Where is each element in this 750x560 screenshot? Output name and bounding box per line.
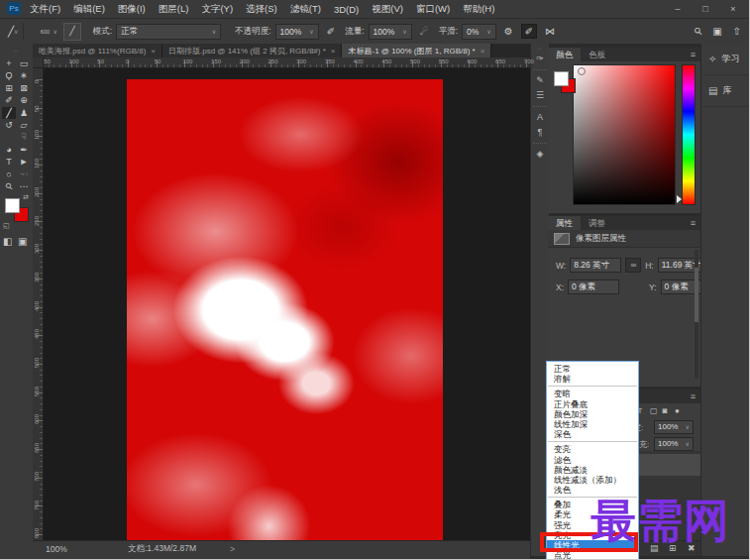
libraries-button[interactable]: ▤库 [701, 75, 750, 107]
flow-dropdown[interactable]: 100% ∨ [369, 24, 412, 40]
object-selection-tool[interactable]: ∗ [17, 69, 31, 81]
layers-opacity-dropdown[interactable]: 100% ∨ [654, 420, 694, 434]
link-dimensions-icon[interactable]: ∞ [625, 258, 641, 273]
path-selection-tool[interactable]: ► [17, 156, 31, 168]
blend-mode-option[interactable]: 溶解 [547, 374, 638, 384]
search-icon[interactable]: ⚲ [692, 25, 704, 38]
panel-menu-icon[interactable]: ≡ [691, 218, 696, 228]
x-field[interactable]: 0 像素 [568, 280, 619, 294]
frame-tool[interactable]: ⊠ [17, 82, 31, 94]
share-icon[interactable]: ⇧ [733, 26, 741, 37]
gradient-tool[interactable] [2, 131, 16, 143]
smoothing-dropdown[interactable]: 0% ∨ [462, 24, 496, 40]
learn-button[interactable]: ✧学习 [701, 44, 750, 75]
toggle-brush-settings-icon[interactable]: ╱ [63, 23, 81, 41]
menubar-item[interactable]: 滤镜(T) [290, 3, 321, 16]
panel-menu-icon[interactable]: ≡ [691, 392, 696, 401]
close-icon[interactable]: × [331, 47, 336, 56]
panel-tab[interactable]: 颜色 [548, 48, 581, 61]
eyedropper-tool[interactable]: ✐ [2, 94, 16, 106]
filter-shape-icon[interactable]: ▢ [650, 406, 658, 415]
shape-tool[interactable]: ○ [2, 168, 16, 180]
document-tab[interactable]: 日期排版.psd @ 141% (组 2 拷贝, RGB/8#) *× [162, 44, 343, 57]
blend-mode-option[interactable]: 颜色减淡 [547, 465, 638, 475]
scrollbar[interactable] [695, 250, 698, 379]
screen-mode-icon[interactable]: ▣ [18, 236, 27, 247]
close-icon[interactable]: × [481, 47, 485, 56]
foreground-color-swatch[interactable] [5, 198, 20, 213]
blend-mode-option[interactable]: 变亮 [547, 444, 638, 454]
status-expand-arrow[interactable]: > [230, 544, 235, 554]
blend-mode-option[interactable]: 线性加深 [547, 419, 638, 429]
type-tool[interactable]: T [2, 156, 16, 168]
history-brush-tool[interactable]: ↺ [2, 119, 16, 131]
menubar-item[interactable]: 编辑(E) [73, 3, 105, 16]
blend-mode-option[interactable]: 滤色 [547, 455, 638, 465]
blend-mode-dropdown[interactable]: 正常 ∨ [116, 24, 221, 40]
pressure-size-icon[interactable]: ✐ [521, 24, 537, 39]
lasso-tool[interactable]: Ϙ [2, 69, 16, 81]
clone-stamp-tool[interactable]: ♟ [17, 107, 31, 119]
zoom-level-field[interactable]: 100% [46, 544, 90, 554]
menubar-item[interactable]: 图像(I) [118, 3, 146, 16]
brush-preview[interactable]: 600 [37, 27, 53, 36]
minimize-button[interactable]: – [664, 0, 692, 18]
menubar-item[interactable]: 视图(V) [372, 3, 403, 16]
blend-mode-option[interactable]: 线性减淡（添加） [547, 475, 638, 485]
brush-tool[interactable]: ╱ [2, 107, 16, 119]
menubar-item[interactable]: 文件(F) [30, 3, 60, 16]
airbrush-icon[interactable]: ☄ [420, 26, 429, 37]
maximize-button[interactable]: □ [692, 0, 719, 18]
menubar-item[interactable]: 图层(L) [159, 3, 189, 16]
blend-mode-option[interactable]: 变暗 [547, 389, 638, 398]
panel-menu-icon[interactable]: ≡ [691, 50, 696, 59]
foreground-color-swatch[interactable] [554, 71, 569, 86]
scrollbar-thumb[interactable] [695, 268, 698, 322]
move-tool[interactable]: + [2, 57, 16, 69]
edit-toolbar-button[interactable]: ⋯ [17, 180, 31, 192]
brush-settings-panel-icon[interactable]: ✎ [531, 73, 549, 88]
eraser-tool[interactable]: ▱ [17, 119, 31, 131]
panel-tab[interactable]: 调整 [581, 216, 613, 230]
hand-tool[interactable]: ☜ [17, 168, 31, 180]
opacity-dropdown[interactable]: 100% ∨ [275, 24, 319, 40]
healing-brush-tool[interactable]: ⊕ [17, 94, 31, 106]
document-tab[interactable]: 未标题-1 @ 100% (图层 1, RGB/8) *× [342, 44, 491, 57]
panel-tab[interactable]: 色板 [581, 48, 613, 61]
saturation-brightness-field[interactable] [573, 64, 676, 205]
marquee-tool[interactable]: ▭ [17, 57, 31, 69]
quick-mask-icon[interactable]: ◧ [3, 236, 12, 247]
chevron-down-icon[interactable]: ∨ [53, 28, 56, 35]
width-field[interactable]: 8.26 英寸 [570, 258, 621, 273]
swap-colors-icon[interactable]: ⇄ [23, 193, 29, 201]
menubar-item[interactable]: 选择(S) [246, 3, 277, 16]
default-colors-icon[interactable]: ◱ [3, 222, 10, 230]
dodge-tool[interactable]: ◕ [2, 144, 16, 156]
character-panel-icon[interactable]: A [531, 110, 549, 125]
menubar-item[interactable]: 窗口(W) [416, 3, 450, 16]
blend-mode-option[interactable]: 正常 [547, 364, 638, 374]
menubar-item[interactable]: 帮助(H) [463, 3, 494, 16]
filter-smart-object-icon[interactable]: ◙ [663, 406, 668, 415]
blend-mode-option[interactable]: 颜色加深 [547, 409, 638, 419]
menubar-item[interactable]: 3D(D) [334, 4, 359, 15]
crop-tool[interactable]: ⊞ [2, 82, 16, 94]
panel-drag-handle[interactable]: ‥ [0, 46, 33, 54]
zoom-tool[interactable]: ⚲ [2, 180, 16, 192]
workspace-switcher-icon[interactable]: ▣ [712, 26, 721, 37]
panel-tab[interactable]: 属性 [548, 216, 581, 230]
gear-icon[interactable]: ⚙ [504, 26, 513, 37]
blend-mode-option[interactable]: 浅色 [547, 485, 638, 495]
pressure-opacity-icon[interactable]: ✐ [327, 26, 335, 37]
smudge-tool[interactable]: ☟ [17, 131, 31, 143]
3d-panel-icon[interactable]: ◈ [531, 147, 549, 162]
document-tab[interactable]: 唯美海报.psd @ 111%(RGB/8)× [33, 44, 162, 57]
paragraph-panel-icon[interactable]: ¶ [531, 125, 549, 140]
close-button[interactable]: × [719, 0, 747, 18]
document-canvas[interactable] [127, 79, 443, 540]
layers-fill-dropdown[interactable]: 100% ∨ [654, 437, 694, 451]
pen-tool[interactable]: ✒ [17, 144, 31, 156]
panel-drag-handle[interactable]: ‥ [531, 44, 549, 52]
blend-mode-option[interactable]: 深色 [547, 429, 638, 439]
symmetry-icon[interactable]: ⋈ [545, 26, 555, 37]
